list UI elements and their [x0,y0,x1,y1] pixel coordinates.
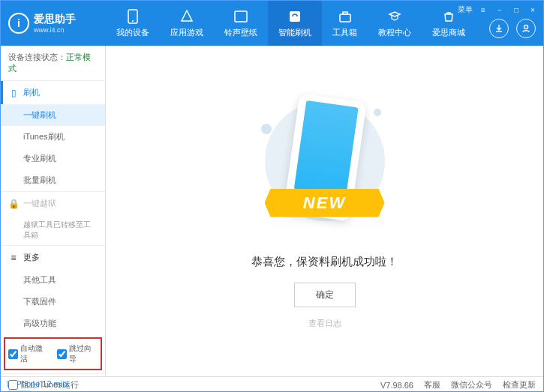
success-illustration: NEW [257,94,392,244]
minimize-button[interactable]: − [494,4,506,16]
app-header: i 爱思助手 www.i4.cn 我的设备 应用游戏 铃声壁纸 智能刷机 工具箱… [1,1,543,46]
nav-ringtones[interactable]: 铃声壁纸 [214,1,268,46]
wechat-link[interactable]: 微信公众号 [451,379,492,391]
ok-button[interactable]: 确定 [294,283,356,307]
lines-icon[interactable]: ≡ [477,4,489,16]
logo: i 爱思助手 www.i4.cn [1,13,106,34]
sidebar-item-pro[interactable]: 专业刷机 [1,148,105,169]
view-log-link[interactable]: 查看日志 [308,318,341,329]
sidebar-item-other[interactable]: 其他工具 [1,269,105,291]
nav-tutorials[interactable]: 教程中心 [368,1,422,46]
sidebar-jailbreak-header: 🔒一键越狱 [1,192,105,215]
jailbreak-note: 越狱工具已转移至工具箱 [1,215,105,245]
maximize-button[interactable]: □ [510,4,522,16]
new-banner: NEW [265,189,385,217]
nav-toolbox[interactable]: 工具箱 [322,1,368,46]
nav-apps[interactable]: 应用游戏 [160,1,214,46]
more-icon: ≡ [8,253,19,263]
update-link[interactable]: 检查更新 [503,379,536,391]
svg-point-6 [524,25,528,29]
logo-icon: i [8,13,29,34]
main-content: NEW 恭喜您，保资料刷机成功啦！ 确定 查看日志 [106,46,543,376]
success-message: 恭喜您，保资料刷机成功啦！ [251,255,398,269]
flash-icon [287,9,302,24]
sidebar: 设备连接状态：正常模式 ▯刷机 一键刷机 iTunes刷机 专业刷机 批量刷机 … [1,46,106,376]
connection-status: 设备连接状态：正常模式 [1,46,105,80]
app-url: www.i4.cn [34,26,76,34]
apps-icon [179,9,194,24]
sidebar-item-batch[interactable]: 批量刷机 [1,169,105,191]
version-label: V7.98.66 [380,381,413,390]
service-link[interactable]: 客服 [424,379,440,391]
sidebar-item-itunes[interactable]: iTunes刷机 [1,126,105,148]
sidebar-flash-header[interactable]: ▯刷机 [1,81,105,104]
toolbox-icon [338,9,353,24]
wallpaper-icon [233,9,248,24]
tutorial-icon [387,9,402,24]
menu-button[interactable]: 菜单 [458,4,473,15]
svg-rect-3 [290,11,300,22]
svg-rect-5 [343,12,347,14]
lock-icon: 🔒 [8,199,19,209]
svg-point-1 [132,20,134,22]
app-title: 爱思助手 [34,13,76,26]
block-itunes-checkbox[interactable]: 阻止iTunes运行 [8,379,79,391]
sidebar-more-header[interactable]: ≡更多 [1,246,105,269]
sidebar-item-advanced[interactable]: 高级功能 [1,313,105,334]
phone-icon [125,9,140,24]
svg-rect-2 [235,11,247,22]
sidebar-item-oneclick[interactable]: 一键刷机 [1,104,105,126]
close-button[interactable]: × [527,4,539,16]
auto-activate-checkbox[interactable]: 自动激活 [8,343,50,364]
download-button[interactable] [489,19,509,38]
nav-my-device[interactable]: 我的设备 [106,1,160,46]
options-box: 自动激活 跳过向导 [4,337,102,370]
nav-flash[interactable]: 智能刷机 [268,1,322,46]
skip-guide-checkbox[interactable]: 跳过向导 [57,343,98,364]
user-button[interactable] [516,19,536,38]
svg-rect-4 [340,14,350,22]
window-controls: 菜单 ≡ − □ × [458,4,539,16]
store-icon [441,9,456,24]
phone-icon: ▯ [8,88,19,98]
sidebar-item-firmware[interactable]: 下载固件 [1,291,105,313]
header-actions [489,19,536,38]
